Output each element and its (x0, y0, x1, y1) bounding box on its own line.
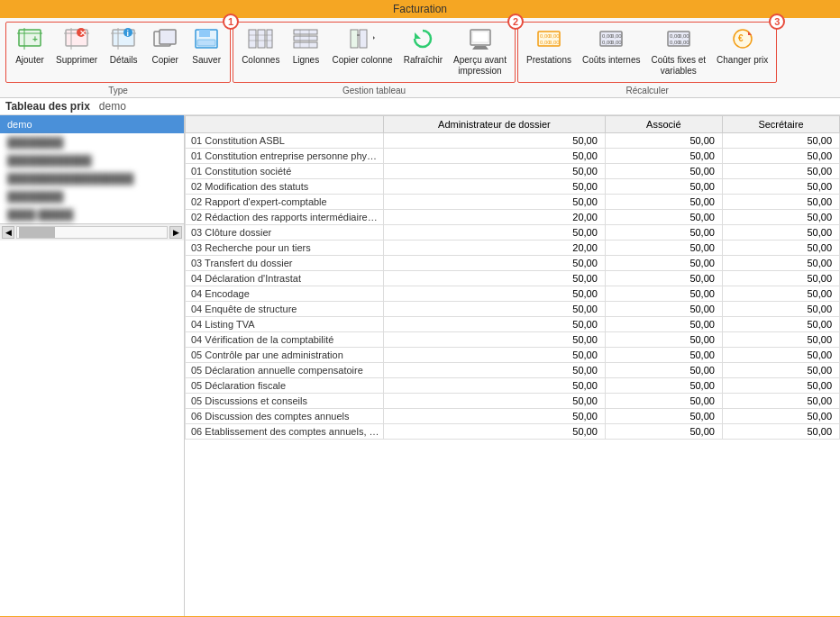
lignes-button[interactable]: Lignes (286, 25, 325, 68)
table-row[interactable]: 05 Discussions et conseils50,0050,0050,0… (186, 394, 840, 409)
rafrachir-button[interactable]: Rafraîchir (399, 25, 447, 68)
value-cell[interactable]: 50,00 (722, 256, 839, 271)
value-cell[interactable]: 50,00 (384, 378, 606, 394)
table-row[interactable]: 02 Rédaction des rapports intermédiaire…… (186, 210, 840, 225)
table-row[interactable]: 04 Vérification de la comptabilité50,005… (186, 332, 840, 348)
value-cell[interactable]: 50,00 (722, 210, 839, 225)
value-cell[interactable]: 50,00 (722, 317, 839, 332)
table-row[interactable]: 05 Contrôle par une administration50,005… (186, 348, 840, 363)
table-row[interactable]: 04 Déclaration d'Intrastat50,0050,0050,0… (186, 271, 840, 286)
table-row[interactable]: 03 Clôture dossier50,0050,0050,00 (186, 225, 840, 240)
value-cell[interactable]: 50,00 (384, 256, 606, 271)
left-item-3[interactable]: ██████████████████ (0, 169, 184, 187)
value-cell[interactable]: 50,00 (722, 332, 839, 348)
value-cell[interactable]: 50,00 (605, 394, 722, 409)
value-cell[interactable]: 50,00 (722, 133, 839, 149)
value-cell[interactable]: 50,00 (605, 348, 722, 363)
table-row[interactable]: 05 Déclaration annuelle compensatoire50,… (186, 363, 840, 378)
left-item-0[interactable]: demo (0, 115, 184, 133)
copier-colonne-button[interactable]: Copier colonne (327, 25, 397, 68)
value-cell[interactable]: 50,00 (384, 179, 606, 195)
value-cell[interactable]: 50,00 (384, 133, 606, 149)
table-row[interactable]: 02 Rapport d'expert-comptable50,0050,005… (186, 195, 840, 210)
table-row[interactable]: 06 Etablissement des comptes annuels, …5… (186, 424, 840, 440)
value-cell[interactable]: 50,00 (384, 332, 606, 348)
value-cell[interactable]: 50,00 (605, 302, 722, 317)
value-cell[interactable]: 50,00 (605, 149, 722, 164)
value-cell[interactable]: 50,00 (605, 317, 722, 332)
value-cell[interactable]: 50,00 (722, 195, 839, 210)
table-row[interactable]: 03 Recherche pour un tiers20,0050,0050,0… (186, 240, 840, 256)
value-cell[interactable]: 50,00 (605, 256, 722, 271)
value-cell[interactable]: 50,00 (384, 149, 606, 164)
scroll-track[interactable] (16, 226, 168, 239)
apercu-button[interactable]: Aperçu avant impression (449, 25, 511, 79)
table-row[interactable]: 06 Discussion des comptes annuels50,0050… (186, 409, 840, 424)
left-item-2[interactable]: ████████████ (0, 151, 184, 169)
value-cell[interactable]: 50,00 (722, 240, 839, 256)
value-cell[interactable]: 50,00 (384, 225, 606, 240)
value-cell[interactable]: 20,00 (384, 240, 606, 256)
prestations-button[interactable]: 0,00 0,00 0,00 0,00 Prestations (522, 25, 576, 68)
value-cell[interactable]: 50,00 (722, 149, 839, 164)
couts-internes-button[interactable]: 0,00 0,00 0,00 0,00 Coûts internes (578, 25, 644, 68)
value-cell[interactable]: 50,00 (605, 409, 722, 424)
value-cell[interactable]: 50,00 (722, 409, 839, 424)
left-panel[interactable]: demo ████████ ████████████ █████████████… (0, 115, 185, 616)
value-cell[interactable]: 50,00 (605, 210, 722, 225)
value-cell[interactable]: 50,00 (722, 378, 839, 394)
value-cell[interactable]: 50,00 (605, 424, 722, 440)
table-row[interactable]: 03 Transfert du dossier50,0050,0050,00 (186, 256, 840, 271)
left-item-4[interactable]: ████████ (0, 187, 184, 205)
value-cell[interactable]: 50,00 (384, 302, 606, 317)
value-cell[interactable]: 50,00 (722, 179, 839, 195)
left-scrollbar[interactable]: ◀ ▶ (0, 223, 184, 240)
table-row[interactable]: 01 Constitution entreprise personne phy…… (186, 149, 840, 164)
value-cell[interactable]: 50,00 (722, 302, 839, 317)
table-row[interactable]: 02 Modification des statuts50,0050,0050,… (186, 179, 840, 195)
value-cell[interactable]: 50,00 (722, 363, 839, 378)
value-cell[interactable]: 50,00 (605, 286, 722, 302)
value-cell[interactable]: 50,00 (605, 133, 722, 149)
left-item-1[interactable]: ████████ (0, 133, 184, 151)
couts-fixes-button[interactable]: 0,00 0,00 0,00 0,00 Coûts fixes et varia… (646, 25, 710, 79)
sauver-button[interactable]: Sauver (187, 25, 226, 68)
value-cell[interactable]: 50,00 (722, 164, 839, 179)
value-cell[interactable]: 50,00 (605, 271, 722, 286)
value-cell[interactable]: 50,00 (722, 348, 839, 363)
copier-button[interactable]: Copier (145, 25, 185, 68)
table-row[interactable]: 04 Encodage50,0050,0050,00 (186, 286, 840, 302)
value-cell[interactable]: 20,00 (384, 210, 606, 225)
value-cell[interactable]: 50,00 (384, 394, 606, 409)
value-cell[interactable]: 50,00 (605, 195, 722, 210)
table-row[interactable]: 01 Constitution ASBL50,0050,0050,00 (186, 133, 840, 149)
value-cell[interactable]: 50,00 (384, 195, 606, 210)
value-cell[interactable]: 50,00 (605, 225, 722, 240)
table-row[interactable]: 04 Enquête de structure50,0050,0050,00 (186, 302, 840, 317)
scroll-thumb[interactable] (19, 227, 55, 238)
value-cell[interactable]: 50,00 (384, 271, 606, 286)
value-cell[interactable]: 50,00 (384, 363, 606, 378)
value-cell[interactable]: 50,00 (384, 317, 606, 332)
left-item-5[interactable]: ████ █████ (0, 205, 184, 223)
table-row[interactable]: 01 Constitution société50,0050,0050,00 (186, 164, 840, 179)
value-cell[interactable]: 50,00 (384, 286, 606, 302)
table-row[interactable]: 05 Déclaration fiscale50,0050,0050,00 (186, 378, 840, 394)
value-cell[interactable]: 50,00 (384, 348, 606, 363)
value-cell[interactable]: 50,00 (722, 286, 839, 302)
changer-prix-button[interactable]: € Changer prix (712, 25, 772, 68)
value-cell[interactable]: 50,00 (605, 363, 722, 378)
scroll-right-arrow[interactable]: ▶ (169, 226, 182, 239)
value-cell[interactable]: 50,00 (722, 424, 839, 440)
value-cell[interactable]: 50,00 (605, 332, 722, 348)
supprimer-button[interactable]: ✕ Supprimer (51, 25, 102, 68)
value-cell[interactable]: 50,00 (605, 240, 722, 256)
value-cell[interactable]: 50,00 (605, 164, 722, 179)
table-row[interactable]: 04 Listing TVA50,0050,0050,00 (186, 317, 840, 332)
value-cell[interactable]: 50,00 (722, 394, 839, 409)
details-button[interactable]: i Détails (104, 25, 143, 68)
ajouter-button[interactable]: + Ajouter (10, 25, 50, 68)
value-cell[interactable]: 50,00 (384, 164, 606, 179)
value-cell[interactable]: 50,00 (384, 424, 606, 440)
value-cell[interactable]: 50,00 (384, 409, 606, 424)
